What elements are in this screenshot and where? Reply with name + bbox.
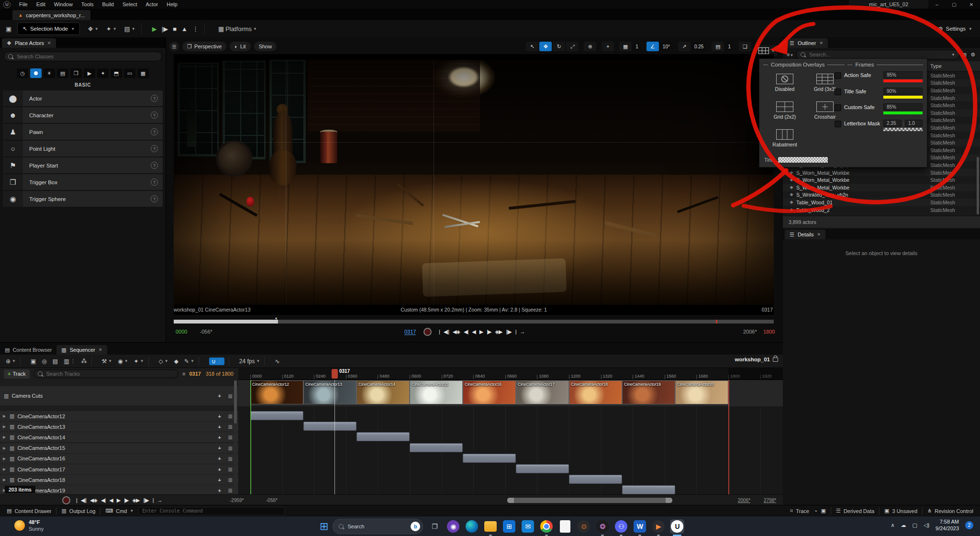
- sequencer-current-frame[interactable]: 0317: [189, 371, 200, 377]
- track-cinecameraactor13[interactable]: ▶▥CineCameraActor13+▥: [0, 422, 238, 432]
- platforms-button[interactable]: ▦ Platforms ▼: [218, 25, 257, 33]
- menu-window[interactable]: Window: [50, 1, 77, 7]
- transport-button[interactable]: →: [157, 497, 162, 503]
- transport-button[interactable]: |: [515, 329, 516, 335]
- tint-swatch[interactable]: [778, 156, 828, 163]
- app-resolve-icon[interactable]: ❂: [595, 519, 610, 534]
- app-chrome-icon[interactable]: [539, 519, 554, 534]
- expand-icon[interactable]: ▶: [3, 446, 10, 450]
- close-icon[interactable]: ✕: [819, 41, 823, 45]
- close-icon[interactable]: ✕: [817, 232, 821, 237]
- add-section-icon[interactable]: +: [218, 488, 221, 493]
- playhead-line[interactable]: [334, 380, 335, 494]
- rotate-tool[interactable]: ↻: [553, 42, 565, 51]
- transport-button[interactable]: ◀|: [464, 329, 468, 335]
- screenshot-icon[interactable]: ▣: [821, 508, 826, 514]
- camera-lock-icon[interactable]: ▥: [228, 446, 233, 451]
- app-discord-icon[interactable]: ⚇: [614, 519, 628, 534]
- record-button[interactable]: [423, 328, 432, 336]
- render-movie[interactable]: ▥⋮: [64, 358, 75, 365]
- action-safe-checkbox[interactable]: [835, 72, 841, 79]
- app-file-explorer-icon[interactable]: [483, 519, 498, 534]
- app-word-icon[interactable]: W: [633, 519, 647, 534]
- grid-snap-toggle[interactable]: ▦: [619, 42, 632, 51]
- transport-button[interactable]: ◈▶: [495, 329, 502, 335]
- sequencer-timeline[interactable]: CineCameraActor12CineCameraActor13CineCa…: [0, 380, 783, 494]
- taskbar-search[interactable]: Search b: [333, 519, 423, 534]
- stop-button[interactable]: ■: [173, 25, 177, 33]
- play-options-kebab-icon[interactable]: ⋮: [192, 25, 199, 33]
- output-log-button[interactable]: ▥ Output Log: [61, 508, 95, 514]
- curve-pen[interactable]: ✎▼: [184, 358, 194, 365]
- content-browser-tab[interactable]: ▤ Content Browser: [0, 345, 56, 355]
- title-safe-checkbox[interactable]: [835, 89, 841, 95]
- eject-button[interactable]: ▲: [181, 25, 188, 33]
- app-media-player-icon[interactable]: ▶: [651, 519, 666, 534]
- device-icon[interactable]: ▢: [913, 522, 917, 528]
- expand-icon[interactable]: ▶: [3, 467, 10, 471]
- move-tool[interactable]: ✥: [539, 42, 552, 51]
- playback-options[interactable]: ⚒▼: [102, 358, 112, 365]
- track-cinecameraactor18[interactable]: ▶▥CineCameraActor18+▥: [0, 475, 238, 485]
- add-actor-button[interactable]: ❖▼: [88, 25, 99, 33]
- transport-button[interactable]: ◀: [472, 329, 475, 335]
- outliner-row[interactable]: ❖Table_Wood_2StaticMesh: [783, 206, 980, 214]
- overlay-option-disabled[interactable]: Disabled: [766, 73, 803, 92]
- app-clipchamp-icon[interactable]: ◉: [446, 519, 460, 534]
- category-recent-icon[interactable]: ◷: [17, 68, 28, 78]
- place-item-character[interactable]: ☻Character?: [3, 107, 163, 123]
- console-command-input[interactable]: [138, 507, 285, 515]
- fps-dropdown[interactable]: 24 fps▼: [239, 358, 260, 365]
- maximize-button[interactable]: ▢: [946, 0, 963, 9]
- viewport-canvas[interactable]: [174, 54, 774, 315]
- add-section-icon[interactable]: +: [218, 477, 221, 483]
- menu-build[interactable]: Build: [98, 1, 118, 7]
- selection-mode-button[interactable]: ↖ Selection Mode ▼: [17, 22, 80, 35]
- help-icon[interactable]: ?: [151, 128, 158, 135]
- menu-tools[interactable]: Tools: [77, 1, 98, 7]
- details-tab[interactable]: ☰ Details ✕: [785, 230, 825, 239]
- category-ui-icon[interactable]: ▭: [124, 68, 135, 78]
- view-options[interactable]: ◉▼: [118, 358, 128, 365]
- help-icon[interactable]: ?: [151, 95, 158, 102]
- camera-cut-section[interactable]: CineCameraActor16: [463, 380, 516, 404]
- camera-clip-bar[interactable]: [356, 432, 410, 441]
- camera-clip-bar[interactable]: [410, 443, 463, 452]
- rotation-snap-value[interactable]: 10°: [660, 42, 673, 51]
- add-section-icon[interactable]: +: [218, 413, 221, 419]
- perspective-button[interactable]: ❒ Perspective: [182, 42, 226, 51]
- surface-snap-toggle[interactable]: ⌖: [601, 42, 614, 51]
- chevron-down-icon[interactable]: ▼: [951, 53, 955, 57]
- cine-scrub-bar[interactable]: ▾: [174, 320, 774, 324]
- tracklist-scrollbar-thumb[interactable]: [234, 380, 237, 424]
- app-edge-icon[interactable]: [465, 519, 479, 534]
- camera-cut-section[interactable]: CineCameraActor12: [250, 380, 303, 404]
- notification-badge[interactable]: 2: [965, 521, 973, 529]
- place-item-pawn[interactable]: ♟Pawn?: [3, 124, 163, 140]
- scale-snap-toggle[interactable]: ↗: [678, 42, 690, 51]
- outliner-row[interactable]: ❖Table_Wood_01StaticMesh: [783, 199, 980, 206]
- transport-button[interactable]: ||▶: [143, 497, 148, 503]
- revision-control-button[interactable]: ⋔ Revision Control: [927, 508, 973, 514]
- expand-icon[interactable]: ▶: [3, 414, 10, 418]
- transport-button[interactable]: ◀||: [444, 329, 449, 335]
- scale-tool[interactable]: ⤢: [566, 42, 579, 51]
- help-icon[interactable]: ?: [151, 179, 158, 186]
- custom-safe-value[interactable]: 85%: [883, 103, 923, 111]
- add-section-icon[interactable]: +: [218, 435, 221, 440]
- camera-clip-bar[interactable]: [250, 411, 303, 420]
- curve-editor[interactable]: ∿: [275, 358, 279, 365]
- transport-button[interactable]: |▶: [487, 329, 491, 335]
- filter-icon[interactable]: ≡▼: [787, 52, 793, 57]
- transport-button[interactable]: ◀◈: [90, 497, 97, 503]
- camera-lock-icon[interactable]: ▥: [228, 413, 233, 419]
- transport-button[interactable]: |▶: [124, 497, 128, 503]
- place-actors-tab[interactable]: ❖ Place Actors ✕: [2, 38, 56, 48]
- outliner-search[interactable]: ▼: [796, 50, 959, 59]
- trace-button[interactable]: ⌗ Trace: [790, 508, 809, 514]
- search-classes-input[interactable]: [16, 53, 157, 60]
- overlay-option-rabatment[interactable]: Rabatment: [766, 129, 803, 147]
- timeline-ruler[interactable]: 0000012002400360048006000720084009601080…: [238, 368, 783, 380]
- camera-clip-bar[interactable]: [569, 475, 622, 484]
- expand-icon[interactable]: ▶: [3, 424, 10, 429]
